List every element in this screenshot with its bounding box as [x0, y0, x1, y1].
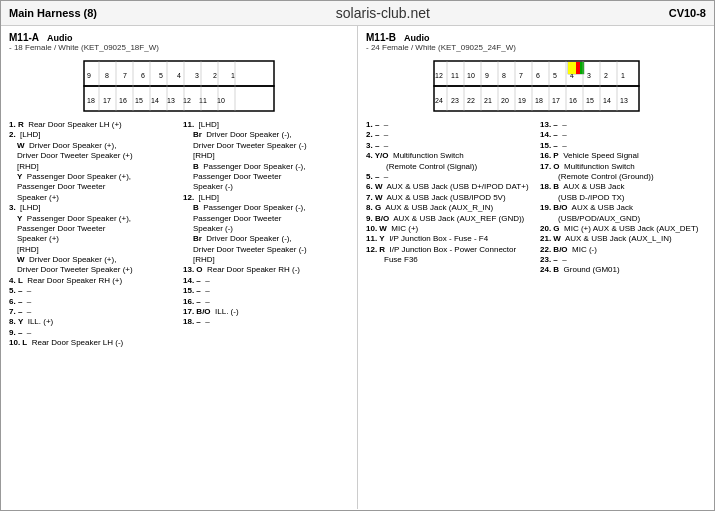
svg-text:20: 20	[501, 97, 509, 104]
svg-text:1: 1	[621, 72, 625, 79]
svg-text:14: 14	[151, 97, 159, 104]
svg-text:21: 21	[484, 97, 492, 104]
main-content: M11-A Audio - 18 Female / White (KET_090…	[1, 26, 714, 509]
right-connector-name: M11-B	[366, 32, 396, 43]
svg-text:8: 8	[105, 72, 109, 79]
svg-text:6: 6	[536, 72, 540, 79]
header-code: CV10-8	[669, 7, 706, 19]
svg-text:13: 13	[167, 97, 175, 104]
svg-text:4: 4	[177, 72, 181, 79]
svg-text:2: 2	[604, 72, 608, 79]
svg-rect-1	[84, 86, 274, 111]
svg-text:16: 16	[119, 97, 127, 104]
svg-text:1: 1	[231, 72, 235, 79]
svg-rect-67	[580, 62, 584, 74]
page-container: Main Harness (8) solaris-club.net CV10-8…	[0, 0, 715, 511]
svg-text:3: 3	[587, 72, 591, 79]
svg-text:14: 14	[603, 97, 611, 104]
svg-text:5: 5	[159, 72, 163, 79]
svg-text:18: 18	[87, 97, 95, 104]
svg-text:5: 5	[553, 72, 557, 79]
left-connector-diagram: 9 8 7 6 5 4 3 2 1 18 17 16 15 14 13 12	[9, 56, 349, 116]
svg-text:11: 11	[199, 97, 207, 104]
svg-text:8: 8	[502, 72, 506, 79]
svg-text:9: 9	[485, 72, 489, 79]
right-pin-list: 1. – – 2. – – 3. – – 4. Y/O Multifunctio…	[366, 120, 706, 276]
svg-text:15: 15	[135, 97, 143, 104]
right-connector-type: Audio	[404, 33, 430, 43]
svg-text:7: 7	[519, 72, 523, 79]
svg-text:17: 17	[103, 97, 111, 104]
left-connector-type: Audio	[47, 33, 73, 43]
svg-text:3: 3	[195, 72, 199, 79]
right-panel-header: M11-B Audio - 24 Female / White (KET_090…	[366, 32, 706, 52]
right-connector-desc: - 24 Female / White (KET_09025_24F_W)	[366, 43, 706, 52]
left-panel-header: M11-A Audio - 18 Female / White (KET_090…	[9, 32, 349, 52]
svg-text:13: 13	[620, 97, 628, 104]
header: Main Harness (8) solaris-club.net CV10-8	[1, 1, 714, 26]
svg-text:6: 6	[141, 72, 145, 79]
svg-text:11: 11	[451, 72, 459, 79]
header-title: Main Harness (8)	[9, 7, 97, 19]
svg-text:2: 2	[213, 72, 217, 79]
left-pin-list: 1. R Rear Door Speaker LH (+) 2. [LHD] W…	[9, 120, 349, 349]
svg-rect-65	[568, 62, 576, 74]
svg-text:10: 10	[467, 72, 475, 79]
right-connector-diagram: 12 11 10 9 8 7 6 5 4 3 2 1 24 23 22 21	[366, 56, 706, 116]
svg-text:23: 23	[451, 97, 459, 104]
table-row: 1. – – 2. – – 3. – – 4. Y/O Multifunctio…	[366, 120, 706, 276]
svg-text:9: 9	[87, 72, 91, 79]
svg-text:12: 12	[435, 72, 443, 79]
header-site: solaris-club.net	[336, 5, 430, 21]
svg-rect-66	[576, 62, 580, 74]
svg-text:7: 7	[123, 72, 127, 79]
right-panel: M11-B Audio - 24 Female / White (KET_090…	[358, 26, 714, 509]
svg-text:19: 19	[518, 97, 526, 104]
table-row: 1. R Rear Door Speaker LH (+) 2. [LHD] W…	[9, 120, 349, 349]
svg-text:22: 22	[467, 97, 475, 104]
left-connector-name: M11-A	[9, 32, 39, 43]
left-panel: M11-A Audio - 18 Female / White (KET_090…	[1, 26, 358, 509]
svg-text:16: 16	[569, 97, 577, 104]
svg-text:15: 15	[586, 97, 594, 104]
svg-text:17: 17	[552, 97, 560, 104]
left-connector-desc: - 18 Female / White (KET_09025_18F_W)	[9, 43, 349, 52]
svg-text:24: 24	[435, 97, 443, 104]
svg-text:18: 18	[535, 97, 543, 104]
